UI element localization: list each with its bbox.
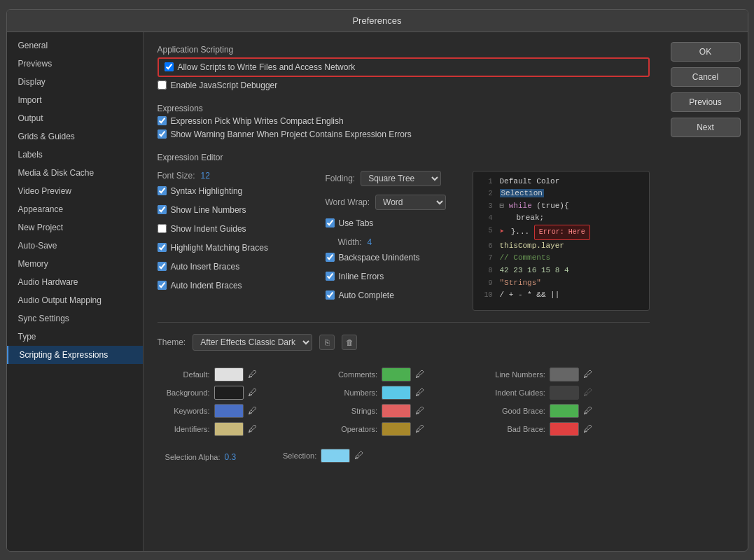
- syntax-highlighting-checkbox[interactable]: [158, 186, 167, 195]
- wordwrap-select[interactable]: Word None Character: [375, 195, 446, 210]
- theme-select[interactable]: After Effects Classic Dark After Effects…: [193, 334, 312, 351]
- keywords-color-swatch[interactable]: [214, 404, 244, 418]
- good-brace-color-label: Good Brace:: [493, 407, 545, 415]
- inline-errors-checkbox[interactable]: [326, 272, 335, 281]
- good-brace-color-row: Good Brace: 🖊: [493, 404, 650, 418]
- show-indent-guides-checkbox[interactable]: [158, 224, 167, 233]
- auto-insert-braces-checkbox[interactable]: [158, 262, 167, 271]
- ok-button[interactable]: OK: [671, 42, 741, 62]
- line-numbers-color-swatch[interactable]: [550, 368, 579, 382]
- folding-label: Folding:: [326, 174, 356, 183]
- cancel-button[interactable]: Cancel: [671, 67, 741, 87]
- numbers-eyedropper[interactable]: 🖊: [415, 387, 424, 398]
- expression-editor-section: Expression Editor Font Size: 12 Syntax H…: [158, 153, 650, 311]
- sidebar-item-appearance[interactable]: Appearance: [7, 200, 143, 218]
- identifiers-color-swatch[interactable]: [214, 422, 244, 436]
- sidebar-item-output[interactable]: Output: [7, 109, 143, 127]
- allow-scripts-row[interactable]: Allow Scripts to Write Files and Access …: [158, 57, 650, 77]
- background-eyedropper[interactable]: 🖊: [248, 387, 257, 398]
- scripting-section: Application Scripting Allow Scripts to W…: [158, 45, 650, 94]
- identifiers-eyedropper[interactable]: 🖊: [248, 424, 257, 434]
- next-button[interactable]: Next: [671, 118, 741, 137]
- operators-eyedropper[interactable]: 🖊: [415, 424, 424, 434]
- indent-guides-color-row: Indent Guides: 🖊: [493, 386, 650, 400]
- show-indent-guides-label: Show Indent Guides: [171, 224, 246, 234]
- allow-scripts-checkbox[interactable]: [165, 62, 174, 71]
- sidebar-item-type[interactable]: Type: [7, 328, 143, 346]
- bad-brace-color-label: Bad Brace:: [493, 425, 545, 433]
- sidebar-item-previews[interactable]: Previews: [7, 55, 143, 73]
- sidebar-item-auto-save[interactable]: Auto-Save: [7, 237, 143, 255]
- default-eyedropper[interactable]: 🖊: [248, 369, 257, 379]
- comments-color-swatch[interactable]: [382, 368, 411, 382]
- sidebar-item-display[interactable]: Display: [7, 73, 143, 91]
- folding-select[interactable]: Square Tree None Round Tree Flat: [361, 171, 441, 186]
- indent-guides-color-swatch: [550, 386, 579, 400]
- sidebar-item-general[interactable]: General: [7, 36, 143, 55]
- sidebar-item-import[interactable]: Import: [7, 91, 143, 109]
- strings-color-swatch[interactable]: [382, 404, 411, 418]
- bad-brace-color-row: Bad Brace: 🖊: [493, 422, 650, 436]
- selection-eyedropper[interactable]: 🖊: [354, 450, 363, 461]
- auto-indent-braces-checkbox[interactable]: [158, 281, 167, 290]
- operators-color-swatch[interactable]: [382, 422, 411, 436]
- show-line-numbers-label: Show Line Numbers: [171, 205, 246, 215]
- auto-complete-label: Auto Complete: [339, 290, 394, 300]
- show-line-numbers-checkbox[interactable]: [158, 205, 167, 214]
- sidebar-item-audio-hardware[interactable]: Audio Hardware: [7, 273, 143, 291]
- default-color-label: Default:: [158, 370, 210, 379]
- numbers-color-swatch[interactable]: [382, 386, 411, 400]
- sidebar-item-media[interactable]: Media & Disk Cache: [7, 164, 143, 182]
- inline-errors-row: Inline Errors: [326, 272, 459, 281]
- sidebar-item-video-preview[interactable]: Video Preview: [7, 182, 143, 200]
- inline-errors-label: Inline Errors: [339, 272, 384, 281]
- selection-color-row: Selection: 🖊: [264, 449, 363, 463]
- dialog-title: Preferences: [7, 10, 748, 32]
- selection-alpha-row: Selection Alpha: 0.3: [158, 452, 237, 462]
- allow-scripts-label: Allow Scripts to Write Files and Access …: [178, 62, 356, 72]
- strings-eyedropper[interactable]: 🖊: [415, 405, 424, 416]
- show-warning-checkbox[interactable]: [158, 130, 167, 139]
- keywords-color-row: Keywords: 🖊: [158, 404, 314, 418]
- sidebar-item-labels[interactable]: Labels: [7, 146, 143, 164]
- good-brace-color-swatch[interactable]: [550, 404, 579, 418]
- pick-whip-checkbox[interactable]: [158, 116, 167, 125]
- backspace-unindents-checkbox[interactable]: [326, 253, 335, 262]
- sidebar-item-scripting[interactable]: Scripting & Expressions: [7, 346, 143, 364]
- expression-editor-label: Expression Editor: [158, 153, 650, 162]
- scripting-section-label: Application Scripting: [158, 45, 650, 55]
- sidebar-item-audio-output[interactable]: Audio Output Mapping: [7, 291, 143, 309]
- auto-complete-row: Auto Complete: [326, 290, 459, 300]
- sidebar-item-sync[interactable]: Sync Settings: [7, 309, 143, 328]
- highlight-braces-checkbox[interactable]: [158, 243, 167, 252]
- syntax-highlighting-label: Syntax Highlighting: [171, 186, 243, 196]
- sidebar-item-grids[interactable]: Grids & Guides: [7, 127, 143, 146]
- sidebar-item-memory[interactable]: Memory: [7, 255, 143, 273]
- good-brace-eyedropper[interactable]: 🖊: [583, 405, 592, 416]
- sidebar-item-new-project[interactable]: New Project: [7, 218, 143, 237]
- bad-brace-eyedropper[interactable]: 🖊: [583, 424, 592, 434]
- keywords-eyedropper[interactable]: 🖊: [248, 405, 257, 416]
- default-color-swatch[interactable]: [214, 368, 244, 382]
- enable-debugger-checkbox[interactable]: [158, 80, 167, 90]
- theme-label: Theme:: [158, 337, 186, 347]
- dialog-content: General Previews Display Import Output G…: [7, 32, 748, 551]
- comments-color-row: Comments: 🖊: [325, 368, 482, 382]
- use-tabs-checkbox[interactable]: [326, 218, 335, 227]
- auto-complete-checkbox[interactable]: [326, 290, 335, 300]
- selection-color-swatch[interactable]: [321, 449, 350, 463]
- theme-delete-button[interactable]: 🗑: [342, 335, 357, 350]
- background-color-swatch[interactable]: [214, 386, 244, 400]
- bad-brace-color-swatch[interactable]: [550, 422, 579, 436]
- auto-insert-braces-row: Auto Insert Braces: [158, 262, 312, 272]
- previous-button[interactable]: Previous: [671, 92, 741, 112]
- expressions-section: Expressions Expression Pick Whip Writes …: [158, 104, 650, 143]
- width-value: 4: [368, 237, 372, 247]
- show-warning-row: Show Warning Banner When Project Contain…: [158, 130, 650, 139]
- expressions-section-label: Expressions: [158, 104, 650, 113]
- comments-eyedropper[interactable]: 🖊: [415, 369, 424, 379]
- theme-copy-button[interactable]: ⎘: [319, 335, 335, 350]
- line-numbers-eyedropper[interactable]: 🖊: [583, 369, 592, 379]
- default-color-row: Default: 🖊: [158, 368, 314, 382]
- strings-color-label: Strings:: [325, 407, 377, 415]
